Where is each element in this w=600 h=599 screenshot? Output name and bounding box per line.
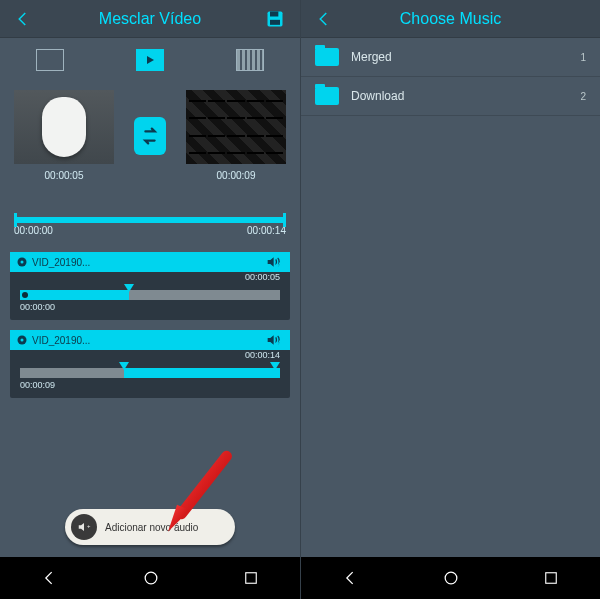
svg-text:+: +: [87, 523, 91, 529]
speaker-plus-icon: +: [71, 514, 97, 540]
folder-row-merged[interactable]: Merged 1: [301, 38, 600, 77]
android-navbar: [301, 557, 600, 599]
folder-row-download[interactable]: Download 2: [301, 77, 600, 116]
header: Mesclar Vídeo: [0, 0, 300, 38]
timeline-end: 00:00:14: [247, 225, 286, 236]
clip-duration: 00:00:09: [186, 170, 286, 181]
nav-home[interactable]: [441, 568, 461, 588]
page-title: Choose Music: [400, 10, 501, 28]
svg-rect-1: [270, 12, 278, 17]
page-title: Mesclar Vídeo: [99, 10, 201, 28]
svg-rect-11: [546, 573, 557, 584]
mode-sequential[interactable]: [136, 49, 164, 71]
disc-icon: [16, 334, 28, 346]
check-icon[interactable]: ✓: [270, 252, 290, 274]
save-button[interactable]: [256, 0, 294, 38]
back-button[interactable]: [4, 0, 42, 38]
add-audio-label: Adicionar novo áudio: [105, 522, 198, 533]
audio-track-2: VID_20190... ✓ 00:00:14 00:00:09: [10, 330, 290, 398]
android-navbar: [0, 557, 300, 599]
back-button[interactable]: [305, 0, 343, 38]
svg-rect-9: [245, 573, 256, 584]
folder-name: Download: [351, 89, 580, 103]
header: Choose Music: [301, 0, 600, 38]
clip-row: 00:00:05 00:00:09: [0, 82, 300, 181]
main-timeline[interactable]: 00:00:00 00:00:14: [14, 217, 286, 236]
svg-point-10: [446, 572, 458, 584]
check-icon[interactable]: ✓: [270, 330, 290, 352]
mode-grid[interactable]: [236, 49, 264, 71]
folder-count: 1: [580, 52, 586, 63]
mode-side-by-side[interactable]: [36, 49, 64, 71]
audio-name: VID_20190...: [32, 257, 258, 268]
nav-recent[interactable]: [542, 569, 560, 587]
clip-duration: 00:00:05: [14, 170, 114, 181]
clip-thumbnail-1[interactable]: [14, 90, 114, 164]
disc-icon: [16, 256, 28, 268]
audio-trim-track[interactable]: [20, 290, 280, 300]
choose-music-screen: Choose Music Merged 1 Download 2: [300, 0, 600, 599]
nav-home[interactable]: [141, 568, 161, 588]
folder-icon: [315, 87, 339, 105]
folder-name: Merged: [351, 50, 580, 64]
svg-point-8: [145, 572, 157, 584]
add-audio-button[interactable]: + Adicionar novo áudio: [65, 509, 235, 545]
swap-clips-button[interactable]: [134, 117, 166, 155]
svg-rect-2: [270, 20, 280, 25]
folder-count: 2: [580, 91, 586, 102]
svg-point-6: [21, 339, 24, 342]
audio-trim-track[interactable]: [20, 368, 280, 378]
timeline-start: 00:00:00: [14, 225, 53, 236]
nav-back[interactable]: [341, 568, 361, 588]
audio-track-1: VID_20190... ✓ 00:00:05 00:00:00: [10, 252, 290, 320]
merge-video-screen: Mesclar Vídeo 00:00:05 00:00:09: [0, 0, 300, 599]
audio-name: VID_20190...: [32, 335, 258, 346]
folder-icon: [315, 48, 339, 66]
svg-point-4: [21, 261, 24, 264]
nav-back[interactable]: [40, 568, 60, 588]
clip-thumbnail-2[interactable]: [186, 90, 286, 164]
audio-start-label: 00:00:00: [20, 302, 290, 312]
nav-recent[interactable]: [242, 569, 260, 587]
mode-tabs: [0, 38, 300, 82]
audio-start-label: 00:00:09: [20, 380, 290, 390]
